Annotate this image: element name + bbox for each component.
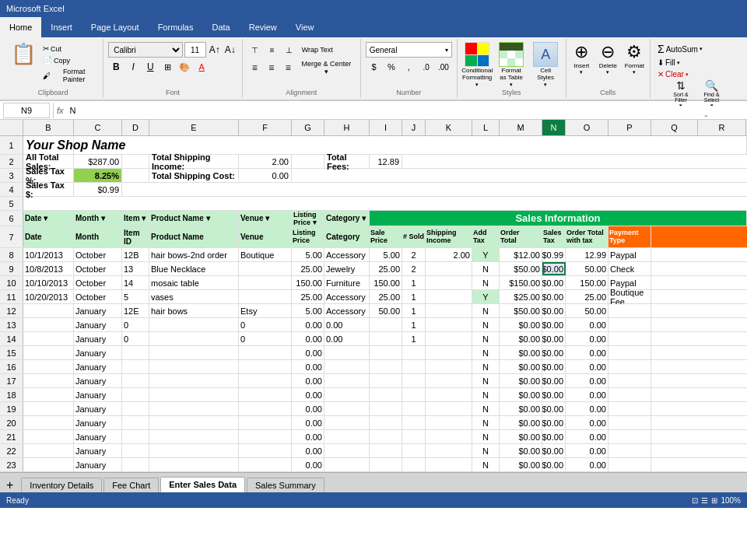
- cell-payment-type[interactable]: [608, 332, 651, 345]
- decrease-font-button[interactable]: A↓: [223, 44, 237, 55]
- row-header-5[interactable]: 5: [0, 197, 23, 210]
- align-right-button[interactable]: ≡: [281, 60, 296, 75]
- row-header[interactable]: 21: [0, 430, 23, 443]
- cell-sale-price[interactable]: [370, 346, 402, 359]
- cell-add-tax[interactable]: N: [472, 332, 500, 345]
- cell-p7[interactable]: PaymentType: [608, 226, 651, 247]
- cell-sales-tax[interactable]: $0.00: [542, 332, 566, 345]
- cell-date[interactable]: [23, 360, 74, 373]
- cell-sale-price[interactable]: 150.00: [370, 276, 402, 289]
- cell-order-total-tax[interactable]: 0.00: [566, 388, 608, 401]
- cell-category[interactable]: Jewelry: [324, 262, 370, 275]
- cell-sales-tax[interactable]: $0.00: [542, 276, 566, 289]
- cell-product-name[interactable]: [149, 374, 239, 387]
- row-header[interactable]: 23: [0, 458, 23, 471]
- cell-num-sold[interactable]: [402, 360, 426, 373]
- table-row[interactable]: 22 January 0.00 N $0.00 $0.00 0.00: [0, 444, 747, 458]
- col-header-f[interactable]: F: [239, 120, 292, 135]
- cell-sale-price[interactable]: [370, 458, 402, 471]
- cell-add-tax[interactable]: N: [472, 444, 500, 457]
- cell-add-tax[interactable]: N: [472, 416, 500, 429]
- cell-category[interactable]: [324, 388, 370, 401]
- cell-product-name[interactable]: mosaic table: [149, 276, 239, 289]
- cell-venue[interactable]: [239, 388, 292, 401]
- col-header-h[interactable]: H: [324, 120, 370, 135]
- cell-product-name[interactable]: [149, 430, 239, 443]
- sort-filter-button[interactable]: ⇅ Sort &Filter ▾: [668, 79, 695, 109]
- cell-product-name[interactable]: [149, 346, 239, 359]
- cell-product-name[interactable]: [149, 360, 239, 373]
- table-row[interactable]: 20 January 0.00 N $0.00 $0.00 0.00: [0, 416, 747, 430]
- cell-month[interactable]: October: [74, 276, 122, 289]
- cell-order-total-tax[interactable]: 0.00: [566, 374, 608, 387]
- cell-month[interactable]: January: [74, 402, 122, 415]
- cell-sales-tax[interactable]: $0.00: [542, 388, 566, 401]
- cell-listing-price[interactable]: 0.00: [292, 430, 324, 443]
- merge-center-button[interactable]: Merge & Center ▾: [297, 59, 356, 76]
- font-size-input[interactable]: [184, 42, 206, 58]
- cell-g6[interactable]: Listing Price ▾: [292, 211, 324, 226]
- cell-listing-price[interactable]: 0.00: [292, 388, 324, 401]
- cell-date[interactable]: [23, 444, 74, 457]
- sheet-tab-enter-sales[interactable]: Enter Sales Data: [160, 477, 245, 492]
- cell-order-total-tax[interactable]: 0.00: [566, 402, 608, 415]
- cell-b4[interactable]: Sales Tax $:: [23, 183, 74, 196]
- copy-button[interactable]: 📄 Copy: [40, 55, 98, 65]
- cell-add-tax[interactable]: N: [472, 360, 500, 373]
- cell-o7[interactable]: Order Total with tax: [566, 226, 608, 247]
- insert-button[interactable]: ⊕ Insert ▾: [570, 42, 593, 75]
- cell-sale-price[interactable]: 5.00: [370, 248, 402, 261]
- cell-order-total-tax[interactable]: 12.99: [566, 248, 608, 261]
- cell-month[interactable]: January: [74, 444, 122, 457]
- sheet-tab-sales-summary[interactable]: Sales Summary: [247, 478, 324, 492]
- table-row[interactable]: 21 January 0.00 N $0.00 $0.00 0.00: [0, 430, 747, 444]
- normal-view-button[interactable]: ⊡: [692, 496, 698, 505]
- cell-order-total[interactable]: $0.00: [500, 318, 542, 331]
- cell-venue[interactable]: [239, 444, 292, 457]
- col-header-m[interactable]: M: [500, 120, 542, 135]
- table-row[interactable]: 16 January 0.00 N $0.00 $0.00 0.00: [0, 360, 747, 374]
- cell-shipping-income[interactable]: 2.00: [426, 248, 472, 261]
- cell-month[interactable]: January: [74, 304, 122, 317]
- cell-category[interactable]: [324, 374, 370, 387]
- cell-item-id[interactable]: 12B: [122, 248, 149, 261]
- page-break-view-button[interactable]: ⊞: [711, 496, 717, 505]
- cell-payment-type[interactable]: [608, 304, 651, 317]
- cell-sale-price[interactable]: 25.00: [370, 290, 402, 303]
- font-color-button[interactable]: A: [194, 59, 209, 75]
- col-header-d[interactable]: D: [122, 120, 149, 135]
- cell-b6[interactable]: Date ▾: [23, 211, 74, 226]
- cell-order-total[interactable]: $0.00: [500, 346, 542, 359]
- cell-listing-price[interactable]: 5.00: [292, 248, 324, 261]
- cell-category[interactable]: 0.00: [324, 332, 370, 345]
- cell-num-sold[interactable]: [402, 346, 426, 359]
- cell-listing-price[interactable]: 0.00: [292, 318, 324, 331]
- borders-button[interactable]: ⊞: [160, 59, 175, 75]
- cell-order-total[interactable]: $0.00: [500, 430, 542, 443]
- tab-review[interactable]: Review: [240, 17, 286, 37]
- cell-item-id[interactable]: [122, 458, 149, 471]
- cell-shipping-income[interactable]: [426, 332, 472, 345]
- cell-order-total-tax[interactable]: 0.00: [566, 444, 608, 457]
- cell-venue[interactable]: [239, 374, 292, 387]
- row-header[interactable]: 13: [0, 318, 23, 331]
- cell-category[interactable]: [324, 346, 370, 359]
- page-layout-view-button[interactable]: ☰: [701, 496, 708, 505]
- table-row[interactable]: 23 January 0.00 N $0.00 $0.00 0.00: [0, 458, 747, 472]
- conditional-formatting-button[interactable]: ConditionalFormatting ▾: [461, 42, 493, 88]
- tab-view[interactable]: View: [286, 17, 324, 37]
- formula-input[interactable]: [67, 106, 744, 115]
- cell-date[interactable]: [23, 374, 74, 387]
- row-header-7[interactable]: 7: [0, 226, 23, 247]
- cell-month[interactable]: January: [74, 360, 122, 373]
- table-row[interactable]: 11 10/20/2013 October 5 vases 25.00 Acce…: [0, 290, 747, 304]
- cell-sale-price[interactable]: [370, 360, 402, 373]
- cell-date[interactable]: [23, 416, 74, 429]
- underline-button[interactable]: U: [142, 59, 158, 75]
- cell-category[interactable]: Accessory: [324, 290, 370, 303]
- col-header-b[interactable]: B: [23, 120, 74, 135]
- row-header[interactable]: 12: [0, 304, 23, 317]
- cell-venue[interactable]: [239, 276, 292, 289]
- cell-sale-price[interactable]: 50.00: [370, 304, 402, 317]
- cell-order-total-tax[interactable]: 25.00: [566, 290, 608, 303]
